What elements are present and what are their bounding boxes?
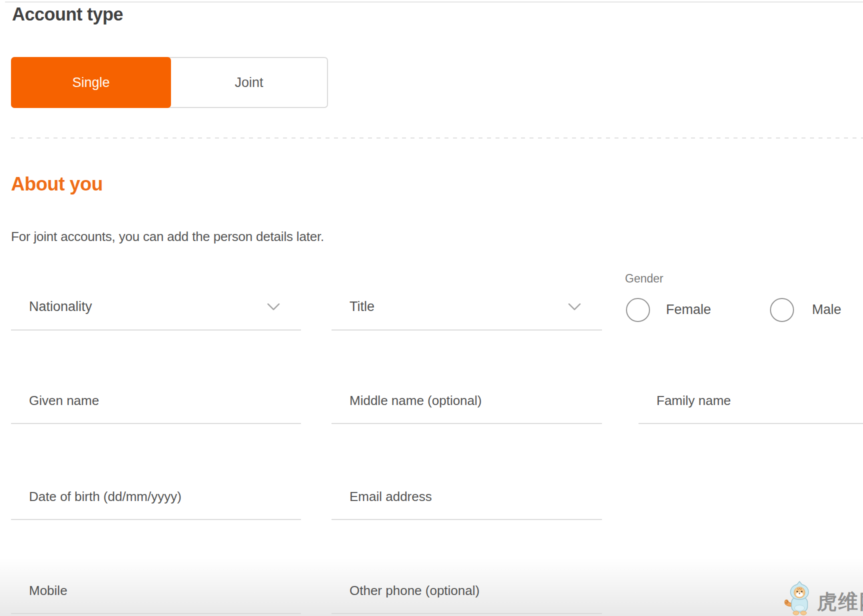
watermark-text: 虎维网 <box>817 588 863 616</box>
chevron-down-icon <box>267 303 280 311</box>
middle-name-input[interactable] <box>332 380 602 424</box>
family-name-input[interactable] <box>638 380 863 424</box>
gender-male-radio[interactable] <box>770 298 794 322</box>
email-address-input[interactable] <box>332 476 602 520</box>
about-you-note: For joint accounts, you can add the pers… <box>11 229 324 244</box>
about-you-heading: About you <box>11 174 102 195</box>
title-select[interactable]: Title <box>332 286 602 330</box>
title-select-label: Title <box>350 300 374 314</box>
account-type-single-button[interactable]: Single <box>11 57 171 108</box>
gender-label: Gender <box>625 272 664 286</box>
nationality-select-label: Nationality <box>29 300 92 314</box>
account-signup-form-page: Account type Single Joint About you For … <box>0 0 863 616</box>
given-name-input[interactable] <box>11 380 301 424</box>
section-divider <box>11 138 863 138</box>
tiger-mascot-icon <box>783 580 816 616</box>
date-of-birth-input[interactable] <box>11 476 301 520</box>
nationality-select[interactable]: Nationality <box>11 286 301 330</box>
gender-male-label: Male <box>812 303 842 316</box>
watermark: 虎维网 <box>783 580 863 616</box>
top-divider <box>5 2 863 2</box>
account-type-joint-button[interactable]: Joint <box>171 58 327 107</box>
mobile-input[interactable] <box>11 570 301 614</box>
account-type-heading: Account type <box>12 4 123 25</box>
gender-female-radio[interactable] <box>626 298 650 322</box>
account-type-toggle: Single Joint <box>11 57 328 108</box>
chevron-down-icon <box>568 303 581 311</box>
other-phone-input[interactable] <box>332 570 602 614</box>
gender-female-label: Female <box>666 303 711 316</box>
